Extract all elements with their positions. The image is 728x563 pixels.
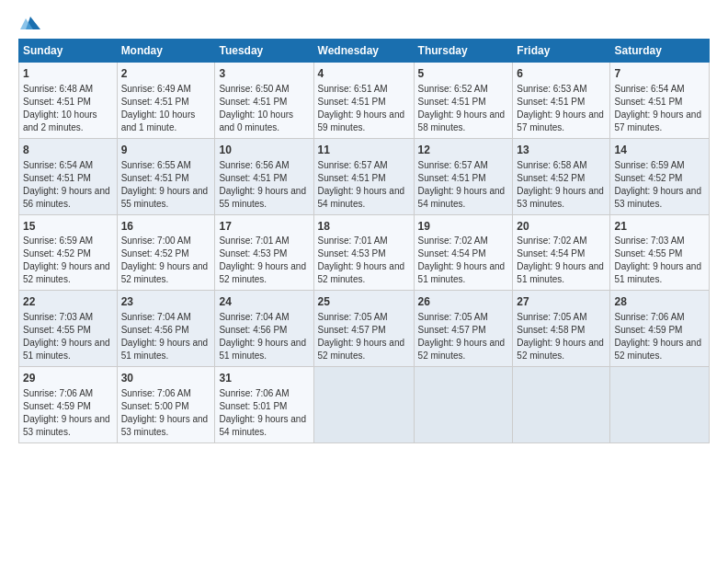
sunset: Sunset: 4:52 PM bbox=[121, 248, 189, 259]
calendar-cell bbox=[513, 367, 610, 443]
sunrise: Sunrise: 7:06 AM bbox=[121, 388, 191, 398]
day-number: 24 bbox=[219, 294, 309, 310]
header-row: SundayMondayTuesdayWednesdayThursdayFrid… bbox=[19, 40, 710, 63]
sunrise: Sunrise: 6:49 AM bbox=[121, 84, 191, 94]
daylight: Daylight: 9 hours and 53 minutes. bbox=[23, 414, 110, 437]
calendar-cell: 2Sunrise: 6:49 AMSunset: 4:51 PMDaylight… bbox=[117, 63, 215, 139]
calendar-cell: 19Sunrise: 7:02 AMSunset: 4:54 PMDayligh… bbox=[414, 214, 513, 291]
sunset: Sunset: 4:51 PM bbox=[121, 173, 189, 183]
daylight: Daylight: 9 hours and 51 minutes. bbox=[23, 338, 110, 361]
day-number: 20 bbox=[517, 219, 606, 235]
header-day-thursday: Thursday bbox=[414, 40, 513, 63]
day-number: 7 bbox=[614, 66, 705, 82]
daylight: Daylight: 10 hours and 2 minutes. bbox=[23, 109, 97, 132]
daylight: Daylight: 9 hours and 54 minutes. bbox=[318, 186, 405, 209]
sunset: Sunset: 4:51 PM bbox=[219, 97, 287, 107]
sunrise: Sunrise: 6:48 AM bbox=[23, 84, 93, 94]
sunset: Sunset: 4:52 PM bbox=[614, 173, 682, 183]
sunset: Sunset: 4:51 PM bbox=[517, 97, 585, 107]
daylight: Daylight: 9 hours and 54 minutes. bbox=[418, 186, 506, 209]
calendar-cell: 4Sunrise: 6:51 AMSunset: 4:51 PMDaylight… bbox=[313, 63, 414, 139]
daylight: Daylight: 9 hours and 52 minutes. bbox=[418, 338, 506, 361]
logo bbox=[18, 15, 40, 31]
sunset: Sunset: 4:57 PM bbox=[418, 325, 486, 335]
daylight: Daylight: 9 hours and 52 minutes. bbox=[219, 261, 306, 284]
sunset: Sunset: 4:52 PM bbox=[23, 248, 91, 259]
day-number: 14 bbox=[614, 143, 705, 158]
sunrise: Sunrise: 7:05 AM bbox=[418, 312, 488, 322]
calendar-cell: 20Sunrise: 7:02 AMSunset: 4:54 PMDayligh… bbox=[513, 214, 610, 291]
sunrise: Sunrise: 6:55 AM bbox=[121, 160, 191, 170]
sunrise: Sunrise: 7:00 AM bbox=[121, 236, 191, 246]
calendar-cell: 12Sunrise: 6:57 AMSunset: 4:51 PMDayligh… bbox=[414, 138, 513, 214]
day-number: 23 bbox=[121, 294, 211, 310]
header-day-wednesday: Wednesday bbox=[313, 40, 414, 63]
daylight: Daylight: 9 hours and 52 minutes. bbox=[614, 338, 701, 361]
calendar-cell: 7Sunrise: 6:54 AMSunset: 4:51 PMDaylight… bbox=[610, 63, 710, 139]
sunrise: Sunrise: 6:54 AM bbox=[614, 84, 684, 94]
daylight: Daylight: 9 hours and 51 minutes. bbox=[614, 261, 701, 284]
sunset: Sunset: 4:54 PM bbox=[517, 248, 585, 259]
sunrise: Sunrise: 7:02 AM bbox=[517, 236, 586, 246]
sunset: Sunset: 4:56 PM bbox=[121, 325, 189, 335]
calendar-cell: 28Sunrise: 7:06 AMSunset: 4:59 PMDayligh… bbox=[610, 291, 710, 367]
day-number: 9 bbox=[121, 143, 211, 158]
daylight: Daylight: 9 hours and 52 minutes. bbox=[121, 261, 209, 284]
daylight: Daylight: 9 hours and 58 minutes. bbox=[418, 109, 506, 132]
day-number: 4 bbox=[318, 66, 410, 82]
daylight: Daylight: 9 hours and 57 minutes. bbox=[517, 109, 604, 132]
sunrise: Sunrise: 7:05 AM bbox=[517, 312, 586, 322]
sunset: Sunset: 4:51 PM bbox=[121, 97, 189, 107]
sunrise: Sunrise: 7:06 AM bbox=[614, 312, 684, 322]
week-row-3: 15Sunrise: 6:59 AMSunset: 4:52 PMDayligh… bbox=[19, 214, 710, 291]
day-number: 16 bbox=[121, 219, 211, 235]
sunrise: Sunrise: 7:04 AM bbox=[121, 312, 191, 322]
sunrise: Sunrise: 7:06 AM bbox=[219, 388, 289, 398]
calendar-table: SundayMondayTuesdayWednesdayThursdayFrid… bbox=[18, 39, 710, 443]
calendar-cell: 29Sunrise: 7:06 AMSunset: 4:59 PMDayligh… bbox=[19, 367, 118, 443]
day-number: 13 bbox=[517, 143, 606, 158]
calendar-cell: 31Sunrise: 7:06 AMSunset: 5:01 PMDayligh… bbox=[215, 367, 313, 443]
calendar-cell: 26Sunrise: 7:05 AMSunset: 4:57 PMDayligh… bbox=[414, 291, 513, 367]
sunset: Sunset: 4:53 PM bbox=[219, 248, 287, 259]
calendar-cell: 23Sunrise: 7:04 AMSunset: 4:56 PMDayligh… bbox=[117, 291, 215, 367]
sunrise: Sunrise: 6:59 AM bbox=[23, 236, 93, 246]
sunset: Sunset: 4:55 PM bbox=[23, 325, 91, 335]
day-number: 18 bbox=[318, 219, 410, 235]
sunrise: Sunrise: 6:54 AM bbox=[23, 160, 93, 170]
sunset: Sunset: 4:51 PM bbox=[614, 97, 682, 107]
calendar-cell bbox=[313, 367, 414, 443]
sunrise: Sunrise: 6:59 AM bbox=[614, 160, 684, 170]
sunrise: Sunrise: 6:52 AM bbox=[418, 84, 488, 94]
sunrise: Sunrise: 7:01 AM bbox=[318, 236, 388, 246]
sunset: Sunset: 4:59 PM bbox=[23, 401, 91, 411]
sunset: Sunset: 4:51 PM bbox=[418, 97, 486, 107]
sunset: Sunset: 4:51 PM bbox=[418, 173, 486, 183]
day-number: 5 bbox=[418, 66, 509, 82]
day-number: 15 bbox=[23, 219, 113, 235]
sunrise: Sunrise: 6:53 AM bbox=[517, 84, 586, 94]
calendar-cell: 14Sunrise: 6:59 AMSunset: 4:52 PMDayligh… bbox=[610, 138, 710, 214]
day-number: 27 bbox=[517, 294, 606, 310]
header-day-monday: Monday bbox=[117, 40, 215, 63]
sunrise: Sunrise: 7:06 AM bbox=[23, 388, 93, 398]
sunrise: Sunrise: 6:51 AM bbox=[318, 84, 388, 94]
daylight: Daylight: 9 hours and 59 minutes. bbox=[318, 109, 405, 132]
header-day-tuesday: Tuesday bbox=[215, 40, 313, 63]
calendar-cell: 24Sunrise: 7:04 AMSunset: 4:56 PMDayligh… bbox=[215, 291, 313, 367]
calendar-cell bbox=[414, 367, 513, 443]
calendar-cell: 6Sunrise: 6:53 AMSunset: 4:51 PMDaylight… bbox=[513, 63, 610, 139]
daylight: Daylight: 10 hours and 0 minutes. bbox=[219, 109, 293, 132]
calendar-cell: 16Sunrise: 7:00 AMSunset: 4:52 PMDayligh… bbox=[117, 214, 215, 291]
sunrise: Sunrise: 6:57 AM bbox=[318, 160, 388, 170]
sunrise: Sunrise: 7:04 AM bbox=[219, 312, 289, 322]
sunset: Sunset: 4:51 PM bbox=[318, 97, 386, 107]
page: SundayMondayTuesdayWednesdayThursdayFrid… bbox=[0, 0, 728, 453]
day-number: 22 bbox=[23, 294, 113, 310]
daylight: Daylight: 9 hours and 56 minutes. bbox=[23, 186, 110, 209]
calendar-cell: 17Sunrise: 7:01 AMSunset: 4:53 PMDayligh… bbox=[215, 214, 313, 291]
sunrise: Sunrise: 7:02 AM bbox=[418, 236, 488, 246]
daylight: Daylight: 9 hours and 52 minutes. bbox=[23, 261, 110, 284]
calendar-cell bbox=[610, 367, 710, 443]
week-row-1: 1Sunrise: 6:48 AMSunset: 4:51 PMDaylight… bbox=[19, 63, 710, 139]
